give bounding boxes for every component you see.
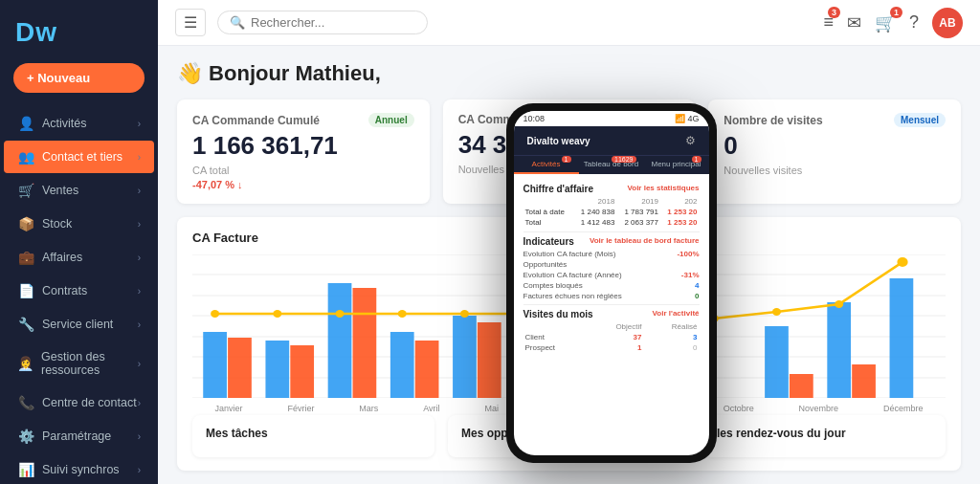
- user-avatar[interactable]: AB: [932, 8, 963, 38]
- phone-ca-link[interactable]: Voir les statistiques: [628, 184, 700, 194]
- svg-point-24: [211, 310, 219, 318]
- chevron-right-icon: ›: [138, 359, 141, 369]
- sidebar-item-gestion-des-ressources[interactable]: 👩‍💼 Gestion des ressources ›: [4, 341, 154, 385]
- cart-icon-wrap[interactable]: 🛒 1: [875, 12, 896, 33]
- sidebar-item-left: 📊 Suivi synchros: [17, 462, 120, 477]
- x-label: Mars: [359, 404, 378, 413]
- phone-app-header: Divalto weavy ⚙: [514, 126, 709, 155]
- card-trend: -47,07 % ↓: [192, 179, 414, 190]
- card-badge: Annuel: [368, 113, 414, 127]
- list-icon-wrap[interactable]: ≡ 3: [823, 12, 834, 33]
- mail-icon-wrap[interactable]: ✉: [847, 12, 861, 33]
- main-area: ☰ 🔍 ≡ 3 ✉ 🛒 1 ? AB 👋 Bonjour Mathie: [158, 0, 980, 484]
- sidebar-item-stock[interactable]: 📦 Stock ›: [4, 208, 154, 240]
- sidebar-item-ventes[interactable]: 🛒 Ventes ›: [4, 174, 154, 207]
- chevron-right-icon: ›: [138, 465, 141, 475]
- sidebar-item-service-client[interactable]: 🔧 Service client ›: [4, 308, 154, 341]
- chevron-right-icon: ›: [138, 152, 141, 163]
- chevron-right-icon: ›: [138, 186, 141, 196]
- phone-app-title: Divalto weavy: [527, 136, 590, 146]
- sidebar-item-label: Service client: [42, 318, 113, 331]
- phone-tab-badge-3: 1: [692, 156, 702, 163]
- sidebar-item-label: Paramétrage: [42, 429, 111, 443]
- search-bar: 🔍: [217, 11, 428, 34]
- svg-point-34: [835, 300, 843, 308]
- x-label: Décembre: [883, 404, 924, 413]
- svg-rect-18: [290, 345, 314, 398]
- svg-rect-9: [265, 341, 289, 398]
- new-button[interactable]: + Nouveau: [13, 63, 145, 93]
- svg-rect-20: [415, 341, 439, 398]
- phone-tab-menu[interactable]: 1 Menu principal: [644, 156, 709, 174]
- logo-w: w: [35, 17, 57, 47]
- summary-card-2: Nombre de visites Mensuel 0 Nouvelles vi…: [708, 99, 961, 204]
- sidebar-icon: 👩‍💼: [17, 356, 33, 371]
- sidebar-item-affaires[interactable]: 💼 Affaires ›: [4, 241, 154, 274]
- phone-visits-title: Visites du mois Voir l'activité: [523, 309, 700, 319]
- appointments-card: les rendez-vous du jour: [703, 415, 946, 457]
- sidebar-item-contact-et-tiers[interactable]: 👥 Contact et tiers ›: [4, 141, 154, 173]
- phone-tab-badge-1: 1: [562, 156, 571, 163]
- header: ☰ 🔍 ≡ 3 ✉ 🛒 1 ? AB: [158, 0, 980, 46]
- table-row: Total à date 1 240 838 1 783 791 1 253 2…: [523, 207, 700, 217]
- sidebar-item-label: Centre de contact: [42, 396, 137, 409]
- sidebar-item-centre-de-contact[interactable]: 📞 Centre de contact ›: [4, 386, 154, 419]
- chevron-right-icon: ›: [138, 431, 141, 442]
- sidebar-item-paramétrage[interactable]: ⚙️ Paramétrage ›: [4, 420, 154, 452]
- sidebar-item-label: Suivi synchros: [42, 463, 120, 476]
- phone-settings-icon[interactable]: ⚙: [685, 134, 696, 147]
- indicator-row: Comptes bloqués 4: [523, 280, 700, 291]
- svg-point-33: [772, 308, 781, 316]
- phone-visits-link[interactable]: Voir l'activité: [653, 309, 700, 319]
- sidebar-item-left: 🛒 Ventes: [17, 183, 78, 198]
- svg-rect-10: [328, 283, 352, 398]
- sidebar-icon: ⚙️: [17, 429, 34, 444]
- mail-icon: ✉: [847, 13, 861, 33]
- menu-toggle-button[interactable]: ☰: [175, 9, 206, 36]
- x-label: Mai: [485, 404, 500, 413]
- phone-indicators-title: Indicateurs Voir le tableau de bord fact…: [523, 236, 700, 247]
- phone-tab-tableau[interactable]: 11629 Tableau de bord: [579, 156, 644, 174]
- sidebar-item-label: Contrats: [42, 284, 87, 297]
- svg-point-28: [460, 310, 469, 318]
- x-label: Octobre: [724, 404, 754, 413]
- sidebar-item-activités[interactable]: 👤 Activités ›: [4, 107, 154, 140]
- sidebar-item-left: 🔧 Service client: [17, 317, 113, 332]
- svg-rect-23: [852, 364, 876, 398]
- phone-indicators-link[interactable]: Voir le tableau de bord facture: [590, 236, 700, 247]
- sidebar-item-left: 👥 Contact et tiers: [17, 149, 122, 165]
- sidebar-item-contrats[interactable]: 📄 Contrats ›: [4, 275, 154, 307]
- help-icon-wrap[interactable]: ?: [909, 12, 919, 33]
- phone-overlay: 10:08 📶 4G Divalto weavy ⚙ 1 Activités: [506, 103, 717, 463]
- sidebar-item-suivi-synchros[interactable]: 📊 Suivi synchros ›: [4, 453, 154, 484]
- logo-d: D: [15, 17, 35, 47]
- phone-tab-activites[interactable]: 1 Activités: [514, 156, 579, 174]
- phone-screen: 10:08 📶 4G Divalto weavy ⚙ 1 Activités: [514, 111, 709, 455]
- sidebar-item-label: Affaires: [42, 251, 82, 264]
- sidebar-icon: 🔧: [17, 317, 34, 332]
- phone-content: Chiffre d'affaire Voir les statistiques …: [514, 174, 709, 359]
- svg-rect-8: [203, 332, 227, 398]
- phone-tab-badge-2: 11629: [612, 156, 635, 163]
- phone-status-bar: 10:08 📶 4G: [514, 111, 709, 126]
- chevron-right-icon: ›: [138, 219, 141, 230]
- summary-card-0: CA Commande Cumulé Annuel 1 166 361,71 C…: [177, 99, 430, 204]
- phone-visits-table: Objectif Réalisé Client 37 3 Prosp: [523, 321, 700, 353]
- card-title: Nombre de visites: [724, 114, 822, 127]
- sidebar-item-left: 💼 Affaires: [17, 250, 82, 265]
- svg-rect-12: [453, 316, 477, 398]
- x-label: Février: [287, 404, 314, 413]
- phone-signal: 📶 4G: [675, 114, 700, 123]
- phone-ca-title: Chiffre d'affaire Voir les statistiques: [523, 184, 700, 194]
- svg-point-26: [336, 310, 345, 318]
- search-input[interactable]: [251, 15, 404, 30]
- sidebar-item-left: ⚙️ Paramétrage: [17, 429, 111, 444]
- search-icon: 🔍: [230, 15, 245, 30]
- svg-rect-22: [790, 374, 813, 398]
- chevron-right-icon: ›: [138, 119, 141, 129]
- list-badge: 3: [828, 7, 840, 18]
- card-header: CA Commande Cumulé Annuel: [192, 113, 414, 127]
- x-label: Avril: [423, 404, 439, 413]
- sidebar-icon: 💼: [17, 250, 34, 265]
- sidebar-icon: 📦: [17, 216, 34, 231]
